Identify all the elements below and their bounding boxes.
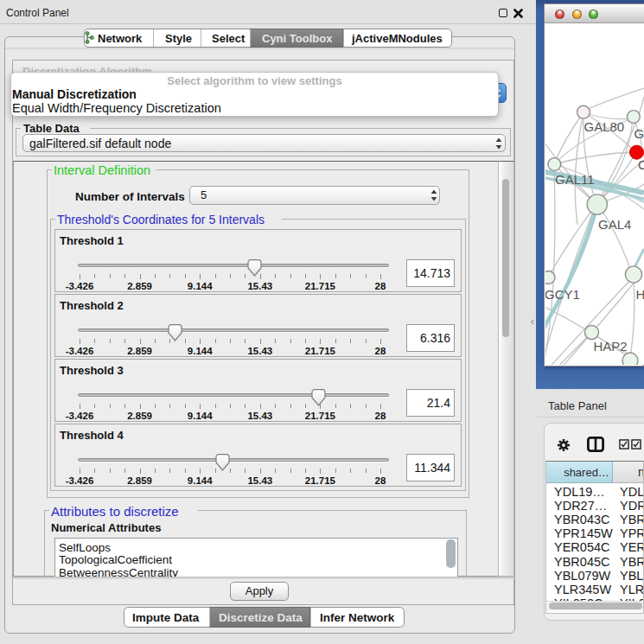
- svg-text:GCY1: GCY1: [545, 287, 580, 302]
- svg-text:H: H: [636, 287, 644, 302]
- svg-text:C: C: [638, 157, 644, 172]
- svg-text:GA: GA: [634, 126, 644, 141]
- svg-text:HAP2: HAP2: [594, 339, 628, 354]
- svg-text:GAL11: GAL11: [555, 172, 595, 187]
- svg-text:GAL80: GAL80: [584, 119, 625, 134]
- svg-text:GAL4: GAL4: [598, 217, 631, 232]
